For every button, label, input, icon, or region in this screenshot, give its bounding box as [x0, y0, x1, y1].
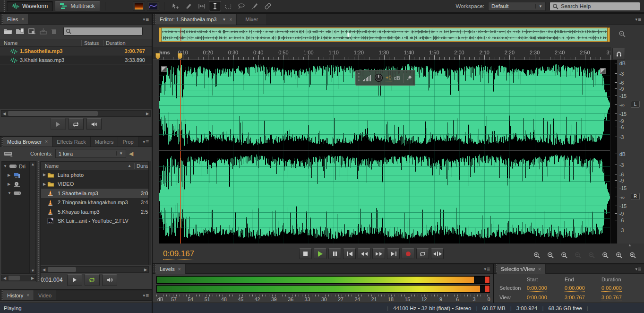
expander-icon[interactable]: ▶ — [41, 173, 47, 177]
trash-icon[interactable] — [51, 28, 57, 35]
tree-item-drive[interactable]: ▼ — [2, 189, 29, 198]
view-end-value[interactable]: 3:00.767 — [565, 295, 585, 301]
waveform-view-button[interactable]: Waveform — [7, 1, 53, 11]
marquee-selection-tool[interactable] — [222, 1, 234, 11]
clip-indicator[interactable] — [485, 286, 489, 292]
file-row[interactable]: 1.Shaotheila.mp33:00.767 — [0, 47, 152, 56]
expander-icon[interactable]: ▼ — [8, 191, 12, 195]
spectral-pitch-display-button[interactable] — [147, 1, 159, 11]
selection-duration-value[interactable]: 0:00.000 — [601, 285, 622, 292]
move-to-next-button[interactable] — [387, 248, 400, 259]
spectral-frequency-display-button[interactable] — [133, 1, 145, 11]
media-list-scrollbar[interactable] — [149, 161, 151, 265]
tab-editor[interactable]: Editor: 1.Shaotheila.mp3 ▼ × — [155, 14, 237, 25]
pin-icon[interactable] — [406, 75, 412, 81]
expander-icon[interactable]: ▶ — [8, 173, 12, 177]
stop-button[interactable] — [299, 248, 312, 259]
media-row[interactable]: 2.Thingnaira khangakhun.mp33:4 — [41, 198, 148, 208]
multitrack-view-button[interactable]: Multitrack — [55, 1, 100, 11]
tab-prop[interactable]: Prop — [118, 137, 138, 147]
close-icon[interactable]: × — [45, 139, 48, 144]
preview-play-button[interactable] — [51, 118, 66, 130]
close-icon[interactable]: × — [538, 267, 541, 272]
panel-menu-icon[interactable]: ▾≡ — [140, 290, 152, 300]
panel-menu-icon[interactable]: ▾≡ — [481, 264, 493, 273]
column-duration[interactable]: Duration — [103, 40, 126, 46]
volume-knob[interactable] — [374, 73, 383, 82]
browser-display-icon[interactable] — [4, 151, 13, 156]
channel-l-button[interactable]: L — [631, 101, 640, 108]
column-name[interactable]: Name — [0, 40, 81, 46]
column-status[interactable]: Status — [81, 40, 103, 46]
paintbrush-tool[interactable] — [249, 1, 261, 11]
media-splitter[interactable] — [36, 161, 41, 282]
preview-play-button[interactable] — [67, 274, 82, 286]
files-search-input[interactable] — [63, 27, 143, 35]
files-list-header[interactable]: Name Status Duration — [0, 39, 152, 47]
play-button[interactable] — [314, 248, 326, 259]
scroll-left-icon[interactable]: ◀ — [2, 276, 8, 280]
column-name[interactable]: Name — [41, 163, 59, 169]
tab-video[interactable]: Video — [34, 290, 56, 300]
toolbar-grip[interactable] — [2, 0, 5, 12]
loop-playback-button[interactable] — [416, 248, 429, 259]
scroll-left-icon[interactable]: ◀ — [1, 112, 7, 116]
navigator-zoom-icon[interactable] — [618, 30, 626, 37]
waveform-display[interactable] — [159, 60, 610, 243]
snap-toggle-button[interactable] — [612, 48, 625, 60]
tree-horizontal-scrollbar[interactable]: ◀ ▶ — [1, 275, 36, 281]
media-list-header[interactable]: Name ▲ Dura — [41, 162, 148, 170]
media-row[interactable]: 1.Shaotheila.mp33:0 — [41, 189, 148, 198]
slip-tool[interactable] — [196, 1, 208, 11]
tab-mixer[interactable]: Mixer — [237, 14, 267, 25]
expander-icon[interactable]: ▶ — [8, 182, 12, 186]
file-row[interactable]: 3.Khairi kasao.mp33:33.890 — [0, 56, 152, 65]
time-ruler[interactable]: hms 0:100:200:300:400:501:001:101:201:30… — [153, 47, 611, 60]
scroll-right-icon[interactable]: ▶ — [143, 268, 148, 272]
tree-item-drives[interactable]: ▼Dri — [2, 162, 29, 171]
tab-files[interactable]: Files × — [3, 14, 29, 24]
scroll-right-icon[interactable]: ▶ — [30, 276, 35, 280]
overview-waveform[interactable] — [160, 28, 609, 41]
gain-value[interactable]: +0 — [386, 75, 392, 81]
pause-button[interactable] — [328, 248, 341, 259]
zoom-out-horizontal-button[interactable] — [572, 251, 584, 260]
overview-navigator[interactable] — [159, 27, 610, 42]
zoom-out-vertical-button[interactable] — [544, 251, 557, 260]
waveform-corner-handle[interactable] — [600, 68, 606, 74]
media-row[interactable]: FLVSK Luir...anit - YouTube_2.FLV — [41, 217, 148, 226]
tab-history[interactable]: History× — [3, 290, 34, 300]
files-horizontal-scrollbar[interactable]: ◀ ▶ — [1, 110, 151, 117]
sort-ascending-icon[interactable]: ▲ — [128, 164, 131, 168]
zoom-to-selection-button[interactable] — [627, 251, 639, 260]
skip-selection-button[interactable] — [431, 248, 444, 259]
view-duration-value[interactable]: 3:00.767 — [601, 295, 622, 301]
panel-menu-icon[interactable]: ▾≡ — [140, 137, 152, 147]
panel-menu-icon[interactable]: ▾≡ — [632, 14, 644, 25]
tab-media-browser[interactable]: Media Browser× — [3, 137, 52, 147]
open-file-icon[interactable] — [3, 28, 12, 35]
media-row[interactable]: 5.Khayao laa.mp32:5 — [41, 207, 148, 217]
chevron-down-icon[interactable]: ▼ — [219, 17, 226, 22]
waveform-corner-handle[interactable] — [161, 66, 167, 72]
close-icon[interactable]: × — [178, 267, 181, 272]
clip-indicator[interactable] — [485, 277, 489, 283]
column-duration[interactable]: Dura — [134, 163, 148, 169]
spot-healing-brush-tool[interactable] — [262, 1, 274, 11]
scroll-left-icon[interactable]: ◀ — [41, 268, 47, 272]
expander-icon[interactable]: ▼ — [3, 164, 8, 168]
tree-item-computer[interactable]: ▶ — [2, 171, 29, 180]
rewind-button[interactable] — [358, 248, 370, 259]
expander-icon[interactable]: ▶ — [41, 182, 47, 186]
selection-start-value[interactable]: 0:00.000 — [527, 285, 547, 292]
move-tool[interactable] — [169, 1, 181, 11]
scrollbar-thumb[interactable] — [48, 267, 76, 272]
loop-preview-button[interactable] — [85, 274, 100, 286]
scroll-up-icon[interactable]: ▲ — [628, 243, 632, 247]
tab-levels[interactable]: Levels × — [155, 264, 186, 274]
channel-r-button[interactable]: R — [631, 193, 640, 200]
close-icon[interactable]: × — [26, 293, 29, 298]
time-selection-tool[interactable] — [209, 1, 221, 11]
overview-right-handle[interactable] — [607, 27, 610, 42]
tab-effects-rack[interactable]: Effects Rack — [52, 137, 91, 147]
